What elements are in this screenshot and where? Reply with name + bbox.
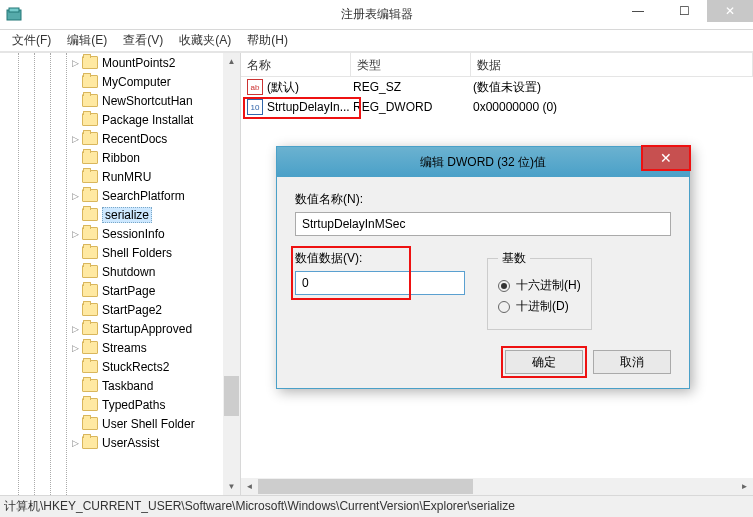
- minimize-button[interactable]: —: [615, 0, 661, 22]
- list-scrollbar-h[interactable]: ◄ ►: [241, 478, 753, 495]
- scroll-down-icon[interactable]: ▼: [223, 478, 240, 495]
- expand-icon[interactable]: [70, 419, 80, 429]
- expand-icon[interactable]: ▷: [70, 134, 80, 144]
- folder-icon: [82, 322, 98, 335]
- expand-icon[interactable]: [70, 267, 80, 277]
- cell-data: 0x00000000 (0): [473, 100, 753, 114]
- tree-item[interactable]: StartPage2: [0, 300, 240, 319]
- tree-item[interactable]: Shell Folders: [0, 243, 240, 262]
- expand-icon[interactable]: [70, 115, 80, 125]
- tree-item[interactable]: ▷SessionInfo: [0, 224, 240, 243]
- data-field[interactable]: [295, 271, 465, 295]
- maximize-button[interactable]: ☐: [661, 0, 707, 22]
- tree-item-label: Package Installat: [102, 113, 193, 127]
- scroll-right-icon[interactable]: ►: [736, 478, 753, 495]
- expand-icon[interactable]: ▷: [70, 343, 80, 353]
- folder-icon: [82, 227, 98, 240]
- dialog-title: 编辑 DWORD (32 位)值: [420, 154, 546, 171]
- tree-item[interactable]: NewShortcutHan: [0, 91, 240, 110]
- tree-item[interactable]: serialize: [0, 205, 240, 224]
- tree-item[interactable]: StuckRects2: [0, 357, 240, 376]
- expand-icon[interactable]: [70, 381, 80, 391]
- tree-item[interactable]: RunMRU: [0, 167, 240, 186]
- tree-item[interactable]: ▷StartupApproved: [0, 319, 240, 338]
- expand-icon[interactable]: ▷: [70, 58, 80, 68]
- tree-item-label: Ribbon: [102, 151, 140, 165]
- tree-item-label: MountPoints2: [102, 56, 175, 70]
- scroll-up-icon[interactable]: ▲: [223, 53, 240, 70]
- folder-icon: [82, 360, 98, 373]
- list-header: 名称 类型 数据: [241, 53, 753, 77]
- tree-item-label: serialize: [102, 207, 152, 223]
- cell-type: REG_SZ: [353, 80, 473, 94]
- tree-item[interactable]: MyComputer: [0, 72, 240, 91]
- folder-icon: [82, 265, 98, 278]
- tree-item-label: Shutdown: [102, 265, 155, 279]
- tree-item[interactable]: Shutdown: [0, 262, 240, 281]
- radio-dec-label: 十进制(D): [516, 298, 569, 315]
- tree-item-label: RunMRU: [102, 170, 151, 184]
- list-row[interactable]: 10StrtupDelayIn...REG_DWORD0x00000000 (0…: [241, 97, 753, 117]
- expand-icon[interactable]: [70, 248, 80, 258]
- menu-file[interactable]: 文件(F): [4, 30, 59, 51]
- expand-icon[interactable]: ▷: [70, 229, 80, 239]
- expand-icon[interactable]: ▷: [70, 324, 80, 334]
- tree-item[interactable]: ▷Streams: [0, 338, 240, 357]
- folder-icon: [82, 170, 98, 183]
- cell-data: (数值未设置): [473, 79, 753, 96]
- expand-icon[interactable]: ▷: [70, 438, 80, 448]
- close-button[interactable]: ✕: [707, 0, 753, 22]
- tree-item[interactable]: TypedPaths: [0, 395, 240, 414]
- window-title: 注册表编辑器: [341, 6, 413, 23]
- dialog-titlebar[interactable]: 编辑 DWORD (32 位)值 ✕: [277, 147, 689, 177]
- expand-icon[interactable]: [70, 153, 80, 163]
- tree-item[interactable]: Taskband: [0, 376, 240, 395]
- expand-icon[interactable]: [70, 210, 80, 220]
- data-label: 数值数据(V):: [295, 250, 465, 267]
- expand-icon[interactable]: [70, 305, 80, 315]
- menu-favorites[interactable]: 收藏夹(A): [171, 30, 239, 51]
- menu-edit[interactable]: 编辑(E): [59, 30, 115, 51]
- radio-hex-label: 十六进制(H): [516, 277, 581, 294]
- radio-dec[interactable]: 十进制(D): [498, 298, 581, 315]
- name-field[interactable]: [295, 212, 671, 236]
- scroll-thumb-h[interactable]: [258, 479, 473, 494]
- tree-item[interactable]: Ribbon: [0, 148, 240, 167]
- tree-item[interactable]: ▷RecentDocs: [0, 129, 240, 148]
- tree-item[interactable]: StartPage: [0, 281, 240, 300]
- col-type[interactable]: 类型: [351, 53, 471, 76]
- expand-icon[interactable]: [70, 172, 80, 182]
- folder-icon: [82, 417, 98, 430]
- expand-icon[interactable]: ▷: [70, 191, 80, 201]
- tree-item-label: Shell Folders: [102, 246, 172, 260]
- tree-item[interactable]: ▷SearchPlatform: [0, 186, 240, 205]
- col-name[interactable]: 名称: [241, 53, 351, 76]
- ok-button[interactable]: 确定: [505, 350, 583, 374]
- tree-item[interactable]: ▷MountPoints2: [0, 53, 240, 72]
- menu-view[interactable]: 查看(V): [115, 30, 171, 51]
- folder-icon: [82, 113, 98, 126]
- folder-icon: [82, 284, 98, 297]
- tree-item[interactable]: Package Installat: [0, 110, 240, 129]
- dialog-close-button[interactable]: ✕: [643, 147, 689, 169]
- col-data[interactable]: 数据: [471, 53, 753, 76]
- expand-icon[interactable]: [70, 96, 80, 106]
- tree-item[interactable]: ▷UserAssist: [0, 433, 240, 452]
- svg-rect-1: [9, 8, 19, 12]
- folder-icon: [82, 151, 98, 164]
- tree-item-label: StartupApproved: [102, 322, 192, 336]
- tree-item[interactable]: User Shell Folder: [0, 414, 240, 433]
- expand-icon[interactable]: [70, 362, 80, 372]
- menu-help[interactable]: 帮助(H): [239, 30, 296, 51]
- expand-icon[interactable]: [70, 286, 80, 296]
- scroll-left-icon[interactable]: ◄: [241, 478, 258, 495]
- folder-icon: [82, 398, 98, 411]
- expand-icon[interactable]: [70, 77, 80, 87]
- radio-hex[interactable]: 十六进制(H): [498, 277, 581, 294]
- tree-item-label: User Shell Folder: [102, 417, 195, 431]
- scroll-thumb[interactable]: [224, 376, 239, 416]
- expand-icon[interactable]: [70, 400, 80, 410]
- tree-scrollbar[interactable]: ▲ ▼: [223, 53, 240, 495]
- cancel-button[interactable]: 取消: [593, 350, 671, 374]
- list-row[interactable]: ab(默认)REG_SZ(数值未设置): [241, 77, 753, 97]
